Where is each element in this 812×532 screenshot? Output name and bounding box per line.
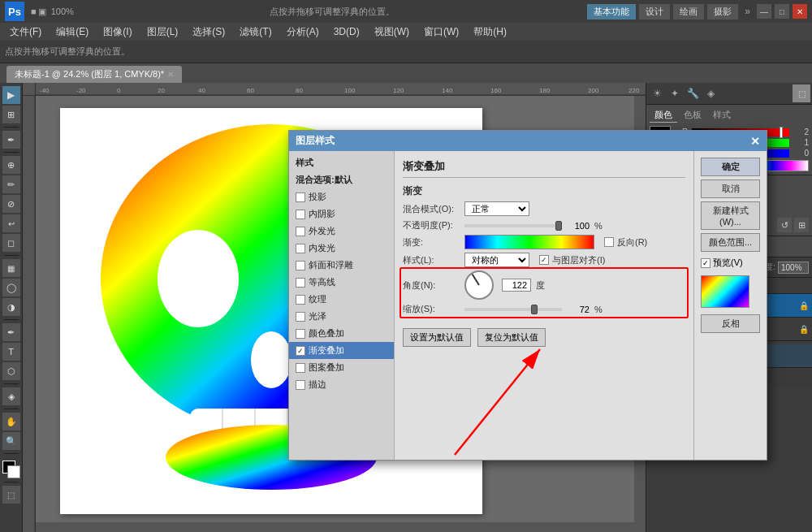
tool-clone[interactable]: ⊘ xyxy=(2,195,20,213)
lsd-close-btn[interactable]: ✕ xyxy=(750,135,760,148)
lsd-item-innerglow[interactable]: 内发光 xyxy=(289,240,394,257)
tab-swatches[interactable]: 色板 xyxy=(679,108,706,123)
lsd-item-coloroverlay[interactable]: 颜色叠加 xyxy=(289,325,394,342)
tool-pen[interactable]: ✒ xyxy=(2,323,20,341)
lsd-item-satin[interactable]: 光泽 xyxy=(289,308,394,325)
tool-heal[interactable]: ⊕ xyxy=(2,156,20,174)
channel-r-thumb[interactable] xyxy=(780,127,783,138)
more-arrow[interactable]: » xyxy=(741,6,754,17)
btn-ok[interactable]: 确定 xyxy=(701,158,760,176)
menu-window[interactable]: 窗口(W) xyxy=(417,24,465,41)
lsd-check-dropshadow[interactable] xyxy=(296,192,305,202)
tool-select[interactable]: ▶ xyxy=(2,86,20,104)
tool-brush[interactable]: ✏ xyxy=(2,175,20,193)
mode-btn-paint[interactable]: 绘画 xyxy=(673,4,704,19)
gradient-bar-display[interactable] xyxy=(464,235,594,249)
mode-btn-basic[interactable]: 基本功能 xyxy=(587,4,636,19)
btn-color-range[interactable]: 颜色范围... xyxy=(701,233,760,252)
opacity-slider-thumb[interactable] xyxy=(555,221,562,231)
menu-image[interactable]: 图像(I) xyxy=(97,24,138,41)
tool-quick-mask[interactable]: ⬚ xyxy=(2,486,20,504)
tab-0[interactable]: 未标题-1 @ 24.2% (图层 1, CMYK/8)* ✕ xyxy=(6,66,182,83)
adj-btn-2[interactable]: ⊞ xyxy=(794,218,809,232)
tool-eraser[interactable]: ◻ xyxy=(2,234,20,252)
gradient-reverse-checkbox[interactable] xyxy=(604,237,614,247)
lsd-check-texture[interactable] xyxy=(296,295,305,305)
lsd-item-stroke[interactable]: 描边 xyxy=(289,376,394,393)
panel-icon-4[interactable]: ◈ xyxy=(702,84,719,102)
panel-icon-mask[interactable]: ⬚ xyxy=(793,84,810,102)
lsd-item-bevel[interactable]: 斜面和浮雕 xyxy=(289,257,394,274)
lsd-check-outerglow[interactable] xyxy=(296,227,305,236)
lsd-check-innerglow[interactable] xyxy=(296,244,305,253)
menu-select[interactable]: 选择(S) xyxy=(186,24,231,41)
lsd-check-gradoverlay[interactable] xyxy=(296,346,305,356)
scale-slider-thumb[interactable] xyxy=(531,305,538,314)
btn-cancel[interactable]: 取消 xyxy=(701,179,760,198)
btn-set-default[interactable]: 设置为默认值 xyxy=(403,328,471,347)
lsd-check-contour[interactable] xyxy=(296,278,305,288)
menu-edit[interactable]: 编辑(E) xyxy=(50,24,95,41)
mode-btn-photo[interactable]: 摄影 xyxy=(707,4,738,19)
menu-3d[interactable]: 3D(D) xyxy=(327,24,366,39)
btn-invert[interactable]: 反相 xyxy=(701,314,760,333)
scrollbar-bottom[interactable] xyxy=(36,522,634,532)
win-btn-restore[interactable]: □ xyxy=(775,4,789,19)
scale-slider[interactable] xyxy=(464,308,562,311)
lsd-item-contour[interactable]: 等高线 xyxy=(289,274,394,291)
lsd-item-innershadow[interactable]: 内阴影 xyxy=(289,205,394,223)
win-btn-close[interactable]: ✕ xyxy=(793,4,807,19)
align-layers-checkbox[interactable]: ✓ xyxy=(539,255,549,265)
menu-view[interactable]: 视图(W) xyxy=(368,24,416,41)
angle-input[interactable] xyxy=(502,279,531,292)
lsd-check-stroke[interactable] xyxy=(296,380,305,390)
lsd-check-innershadow[interactable] xyxy=(296,210,305,219)
menu-layer[interactable]: 图层(L) xyxy=(140,24,185,41)
background-color[interactable] xyxy=(7,465,20,478)
lsd-check-patternoverlay[interactable] xyxy=(296,363,305,373)
panel-icon-1[interactable]: ☀ xyxy=(648,84,666,102)
lsd-item-blending[interactable]: 混合选项:默认 xyxy=(289,171,394,188)
win-btn-minimize[interactable]: — xyxy=(757,4,771,19)
opacity-slider[interactable] xyxy=(464,224,562,227)
tool-text[interactable]: T xyxy=(2,343,20,361)
lsd-check-bevel[interactable] xyxy=(296,261,305,270)
lsd-check-satin[interactable] xyxy=(296,312,305,322)
angle-dial[interactable] xyxy=(464,270,494,300)
tab-styles[interactable]: 样式 xyxy=(708,108,736,123)
tool-history[interactable]: ↩ xyxy=(2,214,20,232)
lsd-item-style[interactable]: 样式 xyxy=(289,154,394,171)
tab-color[interactable]: 颜色 xyxy=(650,108,677,123)
opacity-input[interactable]: 100% xyxy=(778,262,809,274)
style-select[interactable]: 对称的 xyxy=(464,253,529,267)
tab-close-0[interactable]: ✕ xyxy=(167,70,174,79)
lsd-item-texture[interactable]: 纹理 xyxy=(289,291,394,308)
tool-eyedrop[interactable]: ✒ xyxy=(2,131,20,149)
menu-filter[interactable]: 滤镜(T) xyxy=(233,24,278,41)
fg-bg-colors[interactable] xyxy=(2,461,20,478)
lsd-item-outerglow[interactable]: 外发光 xyxy=(289,223,394,240)
lsd-item-patternoverlay[interactable]: 图案叠加 xyxy=(289,359,394,376)
tool-dodge[interactable]: ◑ xyxy=(2,298,20,316)
tool-blur[interactable]: ◯ xyxy=(2,279,20,296)
btn-reset-default[interactable]: 复位为默认值 xyxy=(477,328,546,347)
mode-btn-design[interactable]: 设计 xyxy=(639,4,670,19)
adj-btn-1[interactable]: ↺ xyxy=(777,218,792,232)
btn-new-style[interactable]: 新建样式(W)... xyxy=(701,201,760,230)
tool-path[interactable]: ⬡ xyxy=(2,362,20,380)
menu-help[interactable]: 帮助(H) xyxy=(467,24,513,41)
tool-zoom[interactable]: 🔍 xyxy=(2,432,20,450)
preview-checkbox[interactable]: ✓ xyxy=(701,258,710,268)
tool-hand[interactable]: ✋ xyxy=(2,413,20,430)
align-layers-cb[interactable]: ✓ 与图层对齐(I) xyxy=(539,254,605,266)
panel-icon-3[interactable]: 🔧 xyxy=(684,84,702,102)
panel-icon-2[interactable]: ✦ xyxy=(666,84,684,102)
lsd-item-gradoverlay[interactable]: 渐变叠加 xyxy=(289,342,394,359)
tool-3d[interactable]: ◈ xyxy=(2,387,20,405)
tool-crop[interactable]: ⊞ xyxy=(2,106,20,123)
gradient-reverse-cb[interactable]: 反向(R) xyxy=(604,236,647,249)
menu-analyze[interactable]: 分析(A) xyxy=(280,24,326,41)
tool-gradient[interactable]: ▦ xyxy=(2,259,20,277)
lsd-check-coloroverlay[interactable] xyxy=(296,329,305,339)
blend-mode-select-dialog[interactable]: 正常 xyxy=(464,201,529,216)
